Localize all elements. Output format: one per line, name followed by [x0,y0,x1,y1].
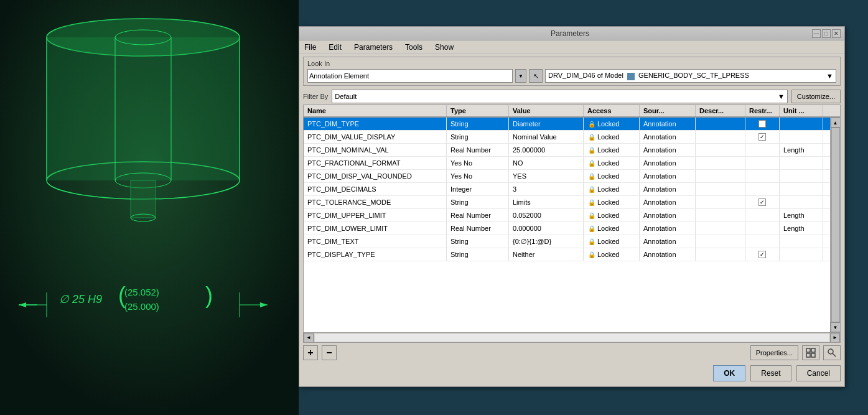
remove-parameter-button[interactable]: − [322,345,337,360]
annotation-element-dropdown[interactable]: Annotation Element [307,69,513,83]
annotation-dropdown-arrow[interactable]: ▼ [515,69,526,83]
svg-rect-28 [811,353,815,357]
scroll-down-arrow[interactable]: ▼ [831,322,841,332]
col-header-descr[interactable]: Descr... [696,105,745,116]
table-row[interactable]: PTC_FRACTIONAL_FORMAT Yes No NO 🔒Locked … [304,157,830,170]
svg-text:∅ 25 H9: ∅ 25 H9 [59,293,102,305]
svg-rect-11 [131,180,156,218]
table-row[interactable]: PTC_TOLERANCE_MODE String Limits 🔒Locked… [304,196,830,209]
search-icon [827,348,837,358]
grid-icon-button[interactable] [802,345,819,360]
look-in-section: Look In Annotation Element ▼ ↖ DRV_DIM_D… [303,57,841,86]
restr-checkbox[interactable] [758,133,766,141]
grid-icon [806,348,816,358]
reset-button[interactable]: Reset [750,365,791,381]
table-row[interactable]: PTC_DIM_TEXT String {0:∅}{1:@D} 🔒Locked … [304,235,830,248]
menu-show[interactable]: Show [432,42,456,53]
table-row[interactable]: PTC_DISPLAY_TYPE String Neither 🔒Locked … [304,248,830,261]
look-in-label: Look In [307,60,836,67]
col-header-access[interactable]: Access [584,105,640,116]
col-header-unit[interactable]: Unit ... [780,105,823,116]
title-buttons: — □ ✕ [812,29,841,38]
scroll-right-arrow[interactable]: ► [830,333,840,343]
cursor-button[interactable]: ↖ [529,69,543,83]
close-button[interactable]: ✕ [832,29,841,38]
svg-text:): ) [205,282,213,308]
svg-line-30 [833,353,836,357]
menu-bar: File Edit Parameters Tools Show [299,40,844,54]
svg-rect-26 [811,348,815,352]
h-scroll-track[interactable] [315,334,829,342]
table-row[interactable]: PTC_DIM_VALUE_DISPLAY String Nominal Val… [304,131,830,144]
table-header: Name Type Value Access Sour... Descr... … [304,105,840,118]
scroll-up-arrow[interactable]: ▲ [831,118,841,128]
right-tools: Properties... [748,345,841,360]
table-row[interactable]: PTC_DIM_LOWER_LIMIT Real Number 0.000000… [304,222,830,235]
dialog-title: Parameters [328,29,812,38]
parameters-dialog: Parameters — □ ✕ File Edit Parameters To… [299,26,845,387]
col-header-type[interactable]: Type [447,105,509,116]
horizontal-scrollbar[interactable]: ◄ ► [304,332,840,342]
table-row[interactable]: PTC_DIM_NOMINAL_VAL Real Number 25.00000… [304,144,830,157]
cad-background: ∅ 25 H9 (25.052) (25.000) ( ) [0,0,299,415]
search-icon-button[interactable] [823,345,841,360]
restr-checkbox[interactable] [758,251,766,258]
table-scrollbar[interactable]: ▲ ▼ [830,118,840,332]
model-icon [627,73,635,80]
scroll-left-arrow[interactable]: ◄ [304,333,314,343]
table-row[interactable]: PTC_DIM_TYPE String Diameter 🔒Locked Ann… [304,118,830,131]
table-row[interactable]: PTC_DIM_UPPER_LIMIT Real Number 0.052000… [304,209,830,222]
cancel-button[interactable]: Cancel [796,365,841,381]
minimize-button[interactable]: — [812,29,821,38]
svg-point-6 [47,19,240,56]
title-bar: Parameters — □ ✕ [299,27,844,40]
menu-edit[interactable]: Edit [326,42,344,53]
table-row[interactable]: PTC_DIM_DISP_VAL_ROUNDED Yes No YES 🔒Loc… [304,170,830,183]
filter-label: Filter By [303,93,328,100]
svg-text:(25.000): (25.000) [124,301,159,312]
bottom-toolbar: + − Properties... [299,343,844,363]
left-tools: + − [303,345,339,360]
filter-row: Filter By Default ▼ Customize... [299,88,844,105]
table-row[interactable]: PTC_DIM_DECIMALS Integer 3 🔒Locked Annot… [304,183,830,196]
svg-rect-27 [806,353,810,357]
properties-button[interactable]: Properties... [750,345,798,360]
action-buttons: OK Reset Cancel [299,363,844,386]
ok-button[interactable]: OK [713,365,745,381]
svg-rect-5 [47,37,240,180]
col-header-name[interactable]: Name [304,105,447,116]
add-parameter-button[interactable]: + [303,345,318,360]
menu-parameters[interactable]: Parameters [352,42,395,53]
svg-text:(25.052): (25.052) [124,287,159,297]
customize-button[interactable]: Customize... [791,90,841,103]
model-dropdown[interactable]: DRV_DIM_D46 of Model GENERIC_BODY_SC_TF_… [545,69,836,83]
filter-select[interactable]: Default ▼ [332,90,788,103]
menu-file[interactable]: File [302,42,319,53]
restr-checkbox[interactable] [758,120,766,128]
col-header-source[interactable]: Sour... [640,105,696,116]
svg-rect-25 [806,348,810,352]
svg-point-29 [828,349,833,354]
restr-checkbox[interactable] [758,198,766,206]
svg-text:(: ( [118,282,126,308]
parameters-table: Name Type Value Access Sour... Descr... … [303,105,841,343]
col-header-restr[interactable]: Restr... [745,105,780,116]
table-body: PTC_DIM_TYPE String Diameter 🔒Locked Ann… [304,118,830,332]
col-header-value[interactable]: Value [509,105,584,116]
scroll-thumb[interactable] [831,128,840,322]
menu-tools[interactable]: Tools [403,42,425,53]
maximize-button[interactable]: □ [822,29,831,38]
